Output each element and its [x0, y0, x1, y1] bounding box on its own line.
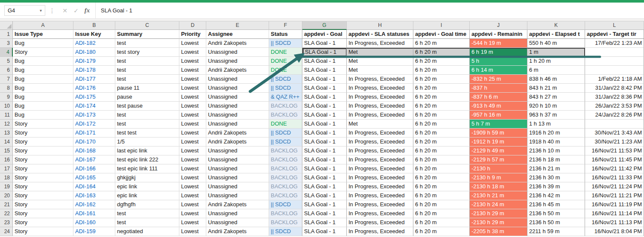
cell-G6[interactable]: SLA Goal - 1: [302, 66, 347, 75]
cell-I5[interactable]: 6 h 20 m: [413, 57, 470, 66]
cell-K18[interactable]: 2136 h 30 m: [527, 173, 585, 182]
cell-C22[interactable]: test: [115, 209, 179, 218]
cell-A9[interactable]: Bug: [13, 93, 73, 102]
cell-D5[interactable]: Lowest: [179, 57, 206, 66]
cell-C14[interactable]: 1/5: [115, 138, 179, 146]
cell-A14[interactable]: Story: [13, 138, 73, 146]
cell-J19[interactable]: -2130 h 18 m: [470, 182, 527, 191]
cell-K14[interactable]: 1918 h 40 m: [527, 138, 585, 146]
cell-B4[interactable]: ADI-180: [73, 48, 115, 57]
cell-K9[interactable]: 843 h 27 m: [527, 93, 585, 102]
cell-K20[interactable]: 2136 h 42 m: [527, 191, 585, 200]
cell-B24[interactable]: ADI-159: [73, 227, 115, 236]
cell-L17[interactable]: 16/Nov/21 11:42 PM: [585, 164, 644, 173]
cell-F10[interactable]: BACKLOG: [269, 102, 302, 111]
cell-E21[interactable]: Andrii Zakopets: [206, 200, 269, 209]
select-all-corner[interactable]: [0, 21, 13, 30]
cell-K1[interactable]: appdevi - Elapsed t: [527, 30, 585, 39]
cell-G12[interactable]: SLA Goal - 1: [302, 120, 347, 129]
cell-E13[interactable]: Andrii Zakopets: [206, 129, 269, 138]
cell-E11[interactable]: Unassigned: [206, 111, 269, 120]
cell-K22[interactable]: 2136 h 50 m: [527, 209, 585, 218]
cell-C15[interactable]: last epic link: [115, 146, 179, 155]
cell-C20[interactable]: epic link: [115, 191, 179, 200]
cell-C16[interactable]: test epic link 222: [115, 155, 179, 164]
cell-H4[interactable]: Met: [347, 48, 413, 57]
cell-B11[interactable]: ADI-173: [73, 111, 115, 120]
cell-L23[interactable]: 16/Nov/21 11:13 PM: [585, 218, 644, 227]
cell-D19[interactable]: Lowest: [179, 182, 206, 191]
cell-L12[interactable]: [585, 120, 644, 129]
cell-J6[interactable]: 6 h 14 m: [470, 66, 527, 75]
cell-E5[interactable]: Unassigned: [206, 57, 269, 66]
cell-B17[interactable]: ADI-166: [73, 164, 115, 173]
cell-A24[interactable]: Story: [13, 227, 73, 236]
cell-D16[interactable]: Lowest: [179, 155, 206, 164]
cell-I3[interactable]: 6 h 20 m: [413, 39, 470, 48]
cell-K19[interactable]: 2136 h 39 m: [527, 182, 585, 191]
cell-F17[interactable]: BACKLOG: [269, 164, 302, 173]
cell-A16[interactable]: Story: [13, 155, 73, 164]
cell-L19[interactable]: 16/Nov/21 11:24 PM: [585, 182, 644, 191]
cell-L8[interactable]: 31/Jan/22 8:42 PM: [585, 84, 644, 93]
cell-J16[interactable]: -2129 h 57 m: [470, 155, 527, 164]
cell-E19[interactable]: Unassigned: [206, 182, 269, 191]
row-header-8[interactable]: 8: [0, 84, 13, 93]
cell-D12[interactable]: Lowest: [179, 120, 206, 129]
cell-G14[interactable]: SLA Goal - 1: [302, 138, 347, 146]
cell-F1[interactable]: Status: [269, 30, 302, 39]
column-header-D[interactable]: D: [179, 21, 206, 30]
cell-B10[interactable]: ADI-174: [73, 102, 115, 111]
row-header-21[interactable]: 21: [0, 200, 13, 209]
cell-J24[interactable]: -2205 h 38 m: [470, 227, 527, 236]
cell-B19[interactable]: ADI-164: [73, 182, 115, 191]
cell-G10[interactable]: SLA Goal - 1: [302, 102, 347, 111]
cell-B9[interactable]: ADI-175: [73, 93, 115, 102]
cell-D23[interactable]: Lowest: [179, 218, 206, 227]
cell-G11[interactable]: SLA Goal - 1: [302, 111, 347, 120]
cell-C11[interactable]: test: [115, 111, 179, 120]
cell-H6[interactable]: Met: [347, 66, 413, 75]
cell-D7[interactable]: Lowest: [179, 75, 206, 84]
row-header-23[interactable]: 23: [0, 218, 13, 227]
cell-A15[interactable]: Story: [13, 146, 73, 155]
cell-F21[interactable]: || SDCD: [269, 200, 302, 209]
cell-F24[interactable]: || SDCD: [269, 227, 302, 236]
cell-H10[interactable]: In Progress, Exceeded: [347, 102, 413, 111]
cell-D14[interactable]: Lowest: [179, 138, 206, 146]
cell-J7[interactable]: -832 h 25 m: [470, 75, 527, 84]
cell-L14[interactable]: 30/Nov/21 1:23 AM: [585, 138, 644, 146]
cell-C12[interactable]: test: [115, 120, 179, 129]
cell-C13[interactable]: test test: [115, 129, 179, 138]
cell-K23[interactable]: 2136 h 50 m: [527, 218, 585, 227]
cell-B15[interactable]: ADI-168: [73, 146, 115, 155]
row-header-11[interactable]: 11: [0, 111, 13, 120]
row-header-5[interactable]: 5: [0, 57, 13, 66]
column-header-L[interactable]: L: [585, 21, 644, 30]
cell-A4[interactable]: Story: [13, 48, 73, 57]
row-header-9[interactable]: 9: [0, 93, 13, 102]
cell-C3[interactable]: test: [115, 39, 179, 48]
cell-J5[interactable]: 5 h: [470, 57, 527, 66]
cell-F12[interactable]: DONE: [269, 120, 302, 129]
formula-input[interactable]: SLA Goal - 1: [95, 3, 644, 18]
cell-G8[interactable]: SLA Goal - 1: [302, 84, 347, 93]
cell-H18[interactable]: In Progress, Exceeded: [347, 173, 413, 182]
cell-I23[interactable]: 6 h 20 m: [413, 218, 470, 227]
cell-E17[interactable]: Unassigned: [206, 164, 269, 173]
cell-D11[interactable]: Lowest: [179, 111, 206, 120]
column-header-C[interactable]: C: [115, 21, 179, 30]
cell-A19[interactable]: Story: [13, 182, 73, 191]
cell-L18[interactable]: 16/Nov/21 11:33 PM: [585, 173, 644, 182]
cell-D18[interactable]: Lowest: [179, 173, 206, 182]
name-box[interactable]: G4 ▾: [4, 5, 45, 16]
cell-I1[interactable]: appdevi - Goal time: [413, 30, 470, 39]
cell-G1[interactable]: appdevi - Goal: [302, 30, 347, 39]
cell-H16[interactable]: In Progress, Exceeded: [347, 155, 413, 164]
cell-L15[interactable]: 16/Nov/21 11:53 PM: [585, 146, 644, 155]
cell-A5[interactable]: Bug: [13, 57, 73, 66]
column-header-K[interactable]: K: [527, 21, 585, 30]
cell-G5[interactable]: SLA Goal - 1: [302, 57, 347, 66]
cell-A12[interactable]: Story: [13, 120, 73, 129]
cell-K12[interactable]: 1 h 13 m: [527, 120, 585, 129]
